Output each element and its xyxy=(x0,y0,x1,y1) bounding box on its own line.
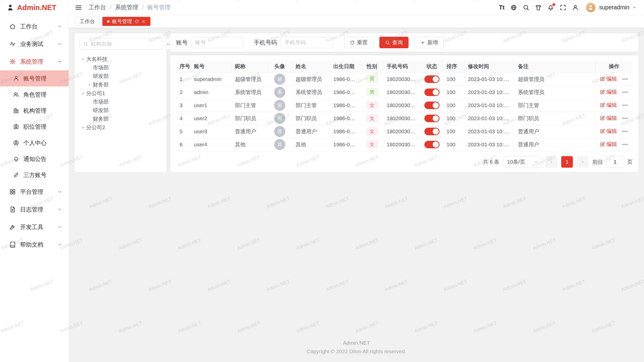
reset-button[interactable]: 重置 xyxy=(344,37,373,48)
sidebar-subitem[interactable]: 职位管理 xyxy=(0,119,69,135)
status-toggle[interactable] xyxy=(424,115,439,122)
table-row: 5user3普通用户普普通用户1986-06-28女18020030720100… xyxy=(176,125,632,138)
query-button[interactable]: 查询 xyxy=(379,37,409,48)
language-icon[interactable] xyxy=(510,4,517,11)
avatar[interactable] xyxy=(586,3,595,12)
query-button-label: 查询 xyxy=(392,39,403,46)
row-more-icon[interactable] xyxy=(622,115,628,122)
page-size-select[interactable]: 10条/页 xyxy=(503,156,542,168)
status-toggle[interactable] xyxy=(424,128,439,135)
add-button[interactable]: 新增 xyxy=(415,37,444,48)
column-header: 备注 xyxy=(514,60,595,73)
org-search-box[interactable] xyxy=(79,38,163,50)
cell-gender: 女 xyxy=(361,99,383,112)
account-filter-input[interactable] xyxy=(191,37,244,48)
tree-caret-icon[interactable] xyxy=(79,125,86,130)
column-header: 账号 xyxy=(190,60,231,73)
wrench-icon xyxy=(9,224,16,230)
notification-bell[interactable] xyxy=(547,4,554,11)
row-more-icon[interactable] xyxy=(622,89,628,96)
username[interactable]: superadmin xyxy=(599,4,629,11)
tree-node[interactable]: 分公司2 xyxy=(79,123,162,132)
sidebar-item[interactable]: 系统管理 xyxy=(0,53,69,70)
sidebar-item[interactable]: 帮助文档 xyxy=(0,236,69,253)
goto-page-input[interactable] xyxy=(606,156,624,168)
user-menu-caret-icon[interactable] xyxy=(632,5,636,10)
cell-status xyxy=(421,112,443,125)
sidebar-item[interactable]: 开发工具 xyxy=(0,218,69,236)
tree-node[interactable]: 财务部 xyxy=(79,80,162,89)
row-avatar: 部 xyxy=(274,113,285,124)
sidebar-subitem[interactable]: 账号管理 xyxy=(0,70,69,86)
fullscreen-icon[interactable] xyxy=(560,4,566,11)
prev-page-button[interactable] xyxy=(546,156,557,168)
search-icon[interactable] xyxy=(523,4,529,11)
tree-caret-icon[interactable] xyxy=(79,56,86,62)
phone-filter-input[interactable] xyxy=(281,37,333,48)
tree-node[interactable]: 研发部 xyxy=(79,106,162,115)
edit-button[interactable]: 编辑 xyxy=(600,141,617,148)
edit-button[interactable]: 编辑 xyxy=(600,75,617,82)
tree-caret-icon[interactable] xyxy=(79,90,86,96)
edit-button-label: 编辑 xyxy=(607,102,617,109)
cell-account: user1 xyxy=(190,99,231,112)
row-more-icon[interactable] xyxy=(622,141,628,148)
sidebar-subitem[interactable]: 机构管理 xyxy=(0,103,69,119)
cell-nickname: 其他 xyxy=(231,138,267,151)
sidebar-subitem[interactable]: 角色管理 xyxy=(0,86,69,103)
row-more-icon[interactable] xyxy=(622,128,628,135)
row-avatar: 部 xyxy=(274,100,285,111)
edit-button[interactable]: 编辑 xyxy=(600,115,617,122)
menu-collapse-icon[interactable] xyxy=(75,4,82,11)
gender-badge: 女 xyxy=(366,127,378,135)
org-search-input[interactable] xyxy=(91,41,159,47)
sidebar-subitem[interactable]: 个人中心 xyxy=(0,135,69,151)
edit-button-label: 编辑 xyxy=(607,141,617,148)
status-toggle[interactable] xyxy=(424,141,439,148)
row-more-icon[interactable] xyxy=(622,102,628,109)
tree-node-label: 市场部 xyxy=(93,98,109,105)
status-toggle[interactable] xyxy=(424,88,439,96)
content: 大名科技市场部研发部财务部分公司1市场部研发部财务部分公司2 账号 手机号码 xyxy=(69,28,644,362)
theme-icon[interactable] xyxy=(535,4,542,11)
tree-node[interactable]: 大名科技 xyxy=(79,55,162,63)
page-number-button[interactable]: 1 xyxy=(561,156,573,168)
sidebar-subitem[interactable]: 通知公告 xyxy=(0,151,69,167)
breadcrumb-item[interactable]: 工作台 xyxy=(89,4,106,11)
gear-icon xyxy=(9,58,16,65)
tree-caret-icon[interactable] xyxy=(86,82,93,87)
cards-row: 大名科技市场部研发部财务部分公司1市场部研发部财务部分公司2 账号 手机号码 xyxy=(74,33,638,172)
profile-icon[interactable] xyxy=(572,4,579,11)
edit-button[interactable]: 编辑 xyxy=(600,128,617,135)
row-more-icon[interactable] xyxy=(622,76,628,82)
tree-node[interactable]: 分公司1 xyxy=(79,89,162,98)
breadcrumb-separator: / xyxy=(142,4,143,11)
tab-refresh-icon[interactable] xyxy=(135,19,139,24)
cell-modified: 2023-01-03 10:59:44 xyxy=(464,138,514,151)
tab[interactable]: 账号管理 xyxy=(102,17,150,26)
status-toggle[interactable] xyxy=(424,102,439,109)
status-toggle[interactable] xyxy=(424,75,439,83)
table-row: 1superadmin超级管理员超超级管理员1986-06-28男1802003… xyxy=(176,73,632,86)
font-size-icon[interactable]: Tt xyxy=(499,5,505,11)
chevron-icon xyxy=(57,59,62,64)
sidebar-item[interactable]: 工作台 xyxy=(0,18,69,35)
sidebar-subitem[interactable]: 三方账号 xyxy=(0,167,69,183)
gender-badge: 女 xyxy=(366,114,378,122)
row-avatar: 普 xyxy=(274,126,285,137)
sidebar-item[interactable]: 日志管理 xyxy=(0,201,69,218)
edit-button[interactable]: 编辑 xyxy=(600,88,617,96)
tree-node[interactable]: 市场部 xyxy=(79,98,162,106)
tab[interactable]: 工作台 xyxy=(75,17,100,26)
tree-node[interactable]: 研发部 xyxy=(79,72,162,80)
cell-gender: 女 xyxy=(361,125,383,138)
tree-node[interactable]: 市场部 xyxy=(79,63,162,72)
tree-node[interactable]: 财务部 xyxy=(79,115,162,123)
breadcrumb-item[interactable]: 系统管理 xyxy=(115,4,138,11)
sidebar-item[interactable]: 平台管理 xyxy=(0,183,69,201)
sidebar-subitem-label: 职位管理 xyxy=(23,123,47,131)
tab-close-icon[interactable] xyxy=(141,19,146,24)
sidebar-item[interactable]: 业务测试 xyxy=(0,35,69,53)
edit-button[interactable]: 编辑 xyxy=(600,102,617,109)
next-page-button[interactable] xyxy=(577,156,588,168)
